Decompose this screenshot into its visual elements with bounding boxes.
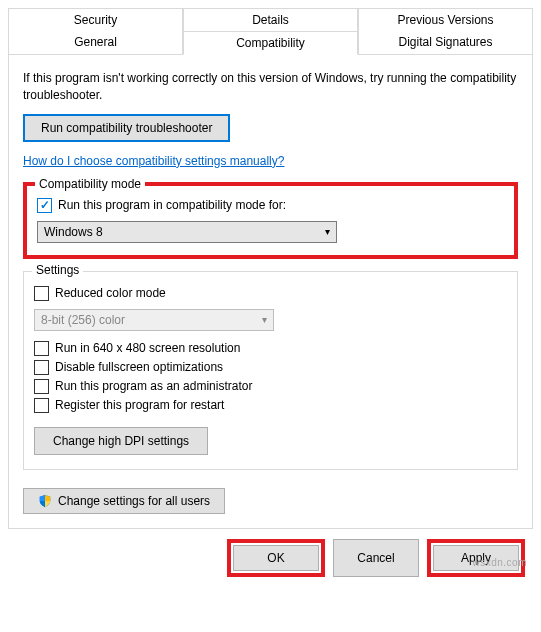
cancel-button[interactable]: Cancel <box>333 539 419 577</box>
reduced-color-label: Reduced color mode <box>55 286 166 300</box>
res640-checkbox[interactable] <box>34 341 49 356</box>
settings-legend: Settings <box>32 263 83 277</box>
tab-details[interactable]: Details <box>183 8 358 31</box>
tab-content: If this program isn't working correctly … <box>8 54 533 529</box>
res640-label: Run in 640 x 480 screen resolution <box>55 341 240 355</box>
ok-highlight: OK <box>227 539 325 577</box>
compat-mode-select[interactable]: Windows 8 ▾ <box>37 221 337 243</box>
compat-mode-label: Run this program in compatibility mode f… <box>58 198 286 212</box>
tab-general[interactable]: General <box>8 31 183 55</box>
compatibility-mode-group: Compatibility mode Run this program in c… <box>23 182 518 259</box>
compatibility-mode-legend: Compatibility mode <box>35 177 145 191</box>
color-mode-select: 8-bit (256) color ▾ <box>34 309 274 331</box>
compat-mode-select-value: Windows 8 <box>44 225 103 239</box>
run-troubleshooter-button[interactable]: Run compatibility troubleshooter <box>23 114 230 142</box>
tabs-row-2: General Compatibility Digital Signatures <box>8 31 533 55</box>
help-link[interactable]: How do I choose compatibility settings m… <box>23 154 284 168</box>
reduced-color-checkbox[interactable] <box>34 286 49 301</box>
run-as-admin-checkbox[interactable] <box>34 379 49 394</box>
properties-dialog: Security Details Previous Versions Gener… <box>0 8 541 587</box>
watermark: wsxdn.com <box>472 557 527 568</box>
register-restart-label: Register this program for restart <box>55 398 224 412</box>
shield-icon <box>38 494 52 508</box>
tab-security[interactable]: Security <box>8 8 183 31</box>
chevron-down-icon: ▾ <box>262 314 267 325</box>
dialog-footer: OK Cancel Apply <box>8 529 533 587</box>
compat-mode-checkbox[interactable] <box>37 198 52 213</box>
disable-fullscreen-label: Disable fullscreen optimizations <box>55 360 223 374</box>
tabs-row-1: Security Details Previous Versions <box>8 8 533 31</box>
tab-digital-signatures[interactable]: Digital Signatures <box>358 31 533 55</box>
ok-button[interactable]: OK <box>233 545 319 571</box>
color-mode-value: 8-bit (256) color <box>41 313 125 327</box>
register-restart-checkbox[interactable] <box>34 398 49 413</box>
run-as-admin-label: Run this program as an administrator <box>55 379 252 393</box>
change-all-users-button[interactable]: Change settings for all users <box>23 488 225 514</box>
settings-group: Settings Reduced color mode 8-bit (256) … <box>23 271 518 470</box>
disable-fullscreen-checkbox[interactable] <box>34 360 49 375</box>
tab-previous-versions[interactable]: Previous Versions <box>358 8 533 31</box>
chevron-down-icon: ▾ <box>325 226 330 237</box>
intro-text: If this program isn't working correctly … <box>23 70 518 104</box>
change-dpi-button[interactable]: Change high DPI settings <box>34 427 208 455</box>
change-all-users-label: Change settings for all users <box>58 494 210 508</box>
tab-compatibility[interactable]: Compatibility <box>183 31 358 55</box>
